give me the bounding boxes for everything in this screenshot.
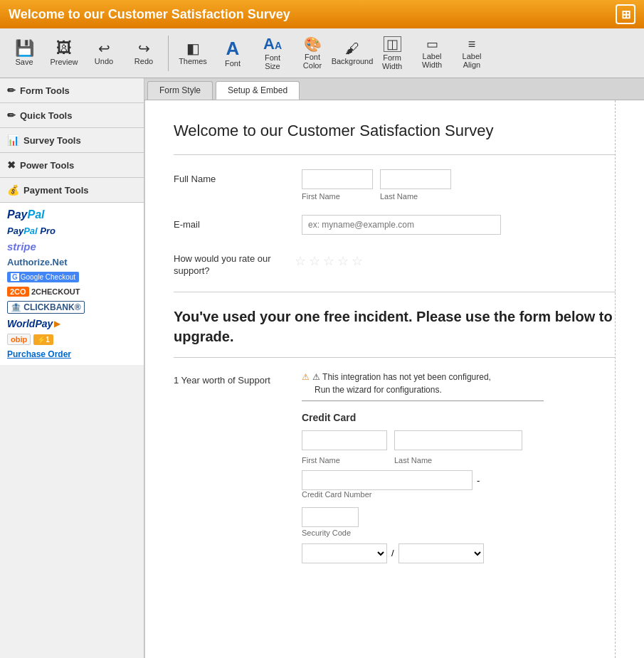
undo-icon: ↩ <box>98 41 110 55</box>
name-labels: First Name Last Name <box>302 192 451 201</box>
rating-label: How would you rate our support? <box>174 249 280 277</box>
warning-icon: ⚠ <box>302 372 310 382</box>
label-align-label: Label Align <box>455 52 488 69</box>
rating-field: How would you rate our support? ☆ ☆ ☆ ☆ … <box>174 249 616 277</box>
dash-sep: - <box>477 475 480 486</box>
sidebar-item-payment-tools[interactable]: 💰 Payment Tools <box>0 178 144 203</box>
background-icon: 🖌 <box>345 41 359 55</box>
font-button[interactable]: A Font <box>214 33 251 74</box>
label-width-icon: ▭ <box>426 38 438 51</box>
form-width-button[interactable]: ◫ Form Width <box>374 33 411 74</box>
title-bar-icon[interactable]: ⊞ <box>616 4 635 24</box>
email-field: E-mail <box>174 215 616 235</box>
cc-last-name-label: Last Name <box>394 456 480 465</box>
last-name-label: Last Name <box>380 192 451 201</box>
background-button[interactable]: 🖌 Background <box>334 33 371 74</box>
payment-item-clickbank[interactable]: 🏦 CLICKBANK® <box>7 301 137 314</box>
support-row: 1 Year worth of Support ⚠ ⚠ This integra… <box>174 372 616 401</box>
email-label: E-mail <box>174 215 287 230</box>
payment-items-list: PayPal PayPal Pro stripe Authorize.Net G… <box>0 203 144 365</box>
font-size-label: Font Size <box>256 53 289 70</box>
quick-tools-icon: ✏ <box>7 110 16 121</box>
payment-item-purchase-order[interactable]: Purchase Order <box>7 349 137 359</box>
themes-label: Themes <box>179 57 207 65</box>
survey-title: Welcome to our Customer Satisfaction Sur… <box>174 122 616 140</box>
form-width-icon: ◫ <box>384 36 401 52</box>
cc-name-row <box>302 430 616 450</box>
label-align-icon: ≡ <box>468 38 476 51</box>
app-title: Welcome to our Customer Satisfaction Sur… <box>9 7 290 22</box>
sidebar-item-power-tools[interactable]: ✖ Power Tools <box>0 153 144 178</box>
cc-number-input[interactable] <box>302 470 473 490</box>
survey-tools-icon: 📊 <box>7 134 19 146</box>
toolbar-sep-1 <box>168 36 169 71</box>
sidebar-item-survey-tools[interactable]: 📊 Survey Tools <box>0 128 144 153</box>
payment-tools-label: Payment Tools <box>23 185 89 196</box>
payment-item-authorize-net[interactable]: Authorize.Net <box>7 257 137 267</box>
save-label: Save <box>15 58 33 66</box>
payment-item-paypal[interactable]: PayPal <box>7 208 137 221</box>
divider-1 <box>174 154 616 155</box>
undo-button[interactable]: ↩ Undo <box>85 33 122 74</box>
font-icon: A <box>226 39 240 58</box>
themes-button[interactable]: ◧ Themes <box>174 33 211 74</box>
themes-icon: ◧ <box>186 41 200 55</box>
font-size-icon: AA <box>263 36 282 52</box>
star-3[interactable]: ☆ <box>323 253 334 269</box>
save-button[interactable]: 💾 Save <box>6 33 43 74</box>
expiry-slash: / <box>391 548 394 558</box>
cc-expiry-month-select[interactable] <box>302 543 387 563</box>
star-4[interactable]: ☆ <box>337 253 349 269</box>
cc-security-input[interactable] <box>302 507 359 527</box>
cc-expiry-year-select[interactable] <box>398 543 484 563</box>
save-icon: 💾 <box>15 41 34 56</box>
star-rating[interactable]: ☆ ☆ ☆ ☆ ☆ <box>295 249 363 269</box>
label-width-button[interactable]: ▭ Label Width <box>413 33 450 74</box>
star-1[interactable]: ☆ <box>295 253 306 269</box>
toolbar: 💾 Save 🖼 Preview ↩ Undo ↪ Redo ◧ Themes … <box>0 28 644 78</box>
background-label: Background <box>332 57 374 65</box>
sidebar-item-form-tools[interactable]: ✏ Form Tools <box>0 78 144 103</box>
redo-button[interactable]: ↪ Redo <box>125 33 162 74</box>
payment-item-google-checkout[interactable]: G Google Checkout <box>7 272 137 282</box>
tab-form-style[interactable]: Form Style <box>147 81 213 100</box>
preview-button[interactable]: 🖼 Preview <box>46 33 83 74</box>
star-5[interactable]: ☆ <box>352 253 363 269</box>
redo-label: Redo <box>134 57 153 65</box>
form-tools-icon: ✏ <box>7 85 16 96</box>
credit-card-section: Credit Card First Name Last Name Credit … <box>302 412 616 563</box>
preview-label: Preview <box>50 58 78 66</box>
star-2[interactable]: ☆ <box>309 253 320 269</box>
sidebar-item-quick-tools[interactable]: ✏ Quick Tools <box>0 103 144 128</box>
warning-line-1: ⚠ ⚠ This integration has not yet been co… <box>302 372 544 382</box>
font-color-button[interactable]: 🎨 Font Color <box>294 33 331 74</box>
preview-icon: 🖼 <box>56 41 72 56</box>
cc-security-section: Security Code <box>302 507 616 538</box>
payment-item-paypal-pro[interactable]: PayPal Pro <box>7 225 137 236</box>
label-align-button[interactable]: ≡ Label Align <box>453 33 490 74</box>
quick-tools-label: Quick Tools <box>20 110 72 121</box>
form-tools-label: Form Tools <box>20 85 70 96</box>
payment-item-worldpay[interactable]: WorldPay ▶ <box>7 318 137 329</box>
name-input-group <box>302 169 451 189</box>
warning-text-1: ⚠ This integration has not yet been conf… <box>312 372 491 382</box>
full-name-label: Full Name <box>174 169 287 184</box>
power-tools-label: Power Tools <box>20 160 74 171</box>
cc-first-name-input[interactable] <box>302 430 387 450</box>
payment-item-stripe[interactable]: stripe <box>7 240 137 253</box>
last-name-input[interactable] <box>380 169 451 189</box>
first-name-input[interactable] <box>302 169 373 189</box>
payment-item-2checkout[interactable]: 2CO 2CHECKOUT <box>7 287 137 297</box>
undo-label: Undo <box>95 57 113 65</box>
email-input[interactable] <box>302 215 501 235</box>
warning-line-2: Run the wizard for configurations. <box>302 385 544 395</box>
font-label: Font <box>225 59 241 68</box>
tabs-bar: Form Style Setup & Embed <box>144 78 644 100</box>
sidebar: ✏ Form Tools ✏ Quick Tools 📊 Survey Tool… <box>0 78 144 658</box>
font-size-button[interactable]: AA Font Size <box>254 33 291 74</box>
cc-security-label: Security Code <box>302 529 351 537</box>
tab-setup-embed[interactable]: Setup & Embed <box>216 81 300 100</box>
cc-last-name-input[interactable] <box>394 430 522 450</box>
payment-item-obip[interactable]: obip ⚡1 <box>7 334 137 345</box>
credit-card-title: Credit Card <box>302 412 616 423</box>
